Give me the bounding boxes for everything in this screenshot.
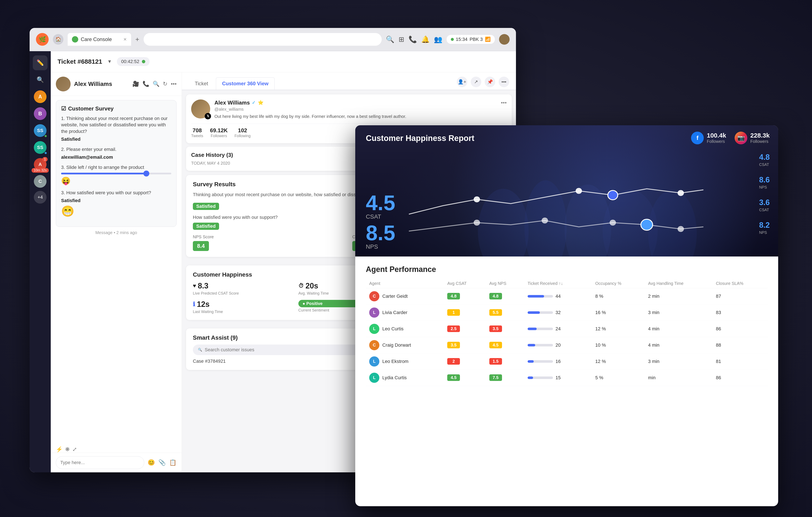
sla-cell: 81 [713,353,767,370]
left-sidebar: ✏️ 🔍 A B SS SS A 1 [30,51,51,472]
sidebar-search-btn[interactable]: 🔍 [33,72,48,87]
csat-pill: 2.5 [447,325,460,332]
agent-cell: C Carter Geidt [369,291,440,301]
survey-slider[interactable] [61,173,171,174]
svg-point-11 [610,220,616,225]
survey-q1: 1. Thinking about your most recent purch… [61,115,171,135]
svg-point-12 [641,219,653,230]
tab-close-btn[interactable]: ✕ [123,37,127,42]
sidebar-avatar-1[interactable]: A [33,89,48,104]
browser-actions: 🔍 ⊞ 📞 🔔 👥 15:34 PBK 3 📶 [386,34,510,45]
grid-btn[interactable]: ⊞ [399,35,404,44]
ticket-dropdown-btn[interactable]: ▼ [107,59,112,64]
csat-metric: ♥ 8.3 Live Predicted CSAT Score [193,281,294,296]
table-row: L Lydia Curtis 4.5 7.5 15 5 % min 86 [366,370,767,386]
handling-cell: 2 min [645,288,713,304]
happiness-report-header: Customer Happiness Report f 100.4k Follo… [355,125,778,256]
tab-label: Care Console [81,36,112,42]
ticket-header: Ticket #688121 ▼ 00:42:52 [51,51,516,72]
survey-title-text: Customer Survey [68,105,114,112]
side-metrics: 4.8 CSAT 8.6 NPS 3.6 CSAT 8.2 NPS [759,153,770,235]
fullscreen-expand-icon[interactable]: ⤢ [72,446,77,453]
side-nps1-group: 8.6 NPS [759,175,770,190]
video-call-btn[interactable]: 🎥 [133,81,139,87]
survey-results-a2: Satisfied [193,223,219,230]
more-options-btn[interactable]: ••• [171,81,177,87]
occupancy-cell: 10 % [592,337,645,353]
svg-point-5 [474,196,480,202]
audio-call-btn[interactable]: 📞 [143,81,149,87]
agent-avatar: C [369,291,379,301]
big-metrics: 4.5 CSAT 8.5 NPS [366,192,395,250]
new-tab-btn[interactable]: + [135,35,139,44]
tickets-progress-bar [528,344,553,347]
more-tab-btn[interactable]: ••• [499,77,509,87]
people-btn[interactable]: 👥 [434,35,442,44]
user-avatar[interactable] [499,34,510,45]
apps-expand-icon[interactable]: ❋ [65,446,70,453]
chat-input[interactable] [56,456,144,469]
agent-avatar: L [369,373,379,383]
twitter-followers-stat: 69.12K Followers [210,127,228,138]
big-csat-value: 4.5 [366,192,395,213]
progress-fill [528,295,544,298]
instagram-metric: 📷 228.3k Followers [734,132,770,144]
attach-btn[interactable]: 📎 [158,459,166,466]
side-nps1-value: 8.6 [759,175,770,184]
time-display: 15:34 PBK 3 📶 [446,35,495,44]
csat-live-label: Live Predicted CSAT Score [193,291,294,296]
search-chat-btn[interactable]: 🔍 [153,81,160,87]
agent-name-cell: L Leo Curtis [366,321,444,337]
nps-pill: 5.5 [489,309,502,316]
last-wait-metric: ℹ 12s Last Waiting Time [193,300,294,314]
notification-btn[interactable]: 🔔 [421,35,430,44]
phone-btn[interactable]: 📞 [409,35,417,44]
tab-360[interactable]: Customer 360 View [216,78,275,90]
table-row: C Carter Geidt 4.8 4.8 44 8 % 2 min 87 [366,288,767,304]
survey-q2: 2. Please enter your email. [61,146,171,153]
tab-ticket[interactable]: Ticket [188,78,214,90]
sidebar-avatar-2[interactable]: B [33,106,48,121]
ticket-timer: 00:42:52 [117,57,149,66]
side-csat2-label: CSAT [759,208,770,212]
wifi-icon: 📶 [485,36,491,42]
sidebar-avatar-3[interactable]: SS [33,123,48,138]
twitter-tweets-stat: 708 Tweets [191,127,203,138]
home-nav-btn[interactable]: 🏠 [53,34,63,45]
agent-tickets-cell: 32 [524,304,592,321]
agent-name: Craig Dorwart [382,343,411,348]
address-bar[interactable] [144,33,382,46]
twitter-handle: @alex_williams [214,107,497,112]
timer-icon: ⏱ [298,282,304,289]
sidebar-avatar-5[interactable]: C [33,174,48,189]
ticket-active-dot [142,60,145,63]
pin-tab-btn[interactable]: 📌 [485,77,495,87]
progress-fill [528,360,534,363]
more-conversations-btn[interactable]: +4 [34,191,47,203]
add-user-tab-btn[interactable]: 👤+ [457,77,467,87]
twitter-more-btn[interactable]: ••• [501,100,506,106]
chat-user-name: Alex Williams [74,81,129,87]
agent-name: Lydia Curtis [382,375,407,381]
emoji-expand-icon[interactable]: ⚡ [56,446,63,453]
browser-chrome: 🌿 🏠 Care Console ✕ + 🔍 ⊞ 📞 🔔 👥 15:34 PBK… [30,28,516,51]
agent-perf-title: Agent Performance [366,265,767,274]
browser-tab-care-console[interactable]: Care Console ✕ [68,33,131,46]
svg-point-13 [677,226,684,232]
agent-cell: L Lydia Curtis [369,373,440,383]
search-browser-btn[interactable]: 🔍 [386,35,395,44]
sidebar-compose-btn[interactable]: ✏️ [33,55,48,70]
agent-nps-cell: 5.5 [486,304,524,321]
tickets-progress-bar [528,360,553,363]
handling-cell: 4 min [645,337,713,353]
note-btn[interactable]: 📋 [169,459,177,466]
occupancy-cell: 12 % [592,321,645,337]
survey-a2: alexwilliam@email.com [61,155,171,160]
agent-nps-cell: 4.8 [486,288,524,304]
sidebar-avatar-4[interactable]: SS [33,140,48,155]
sidebar-avatar-timer[interactable]: A 1 10m 32s [33,157,48,172]
refresh-btn[interactable]: ↻ [163,81,168,87]
share-tab-btn[interactable]: ↗ [471,77,481,87]
agent-tickets-cell: 16 [524,353,592,370]
emoji-btn[interactable]: 😊 [148,459,155,466]
